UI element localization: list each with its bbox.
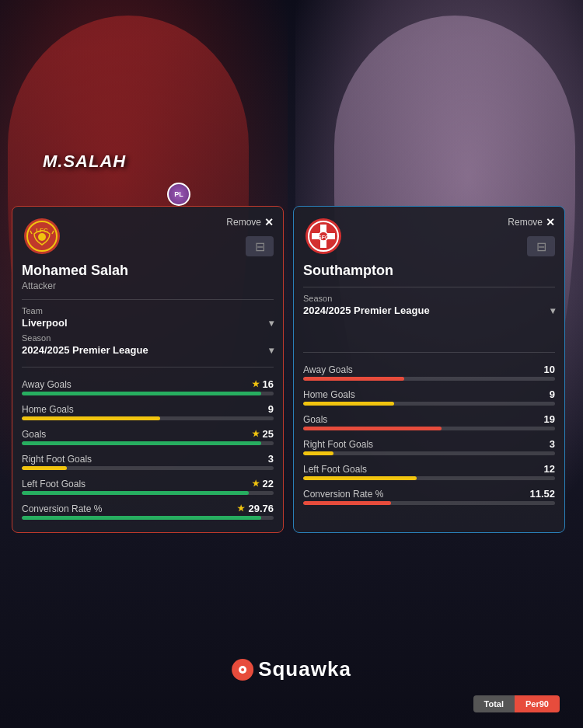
stat-value-3: 3 — [550, 438, 555, 450]
star-icon-5: ★ — [237, 503, 245, 514]
stat-label-2: Goals — [22, 429, 46, 440]
bar-track-4 — [303, 476, 555, 480]
star-icon-2: ★ — [252, 429, 260, 439]
stat-value-2: ★25 — [252, 428, 274, 440]
stat-row-1: Home Goals9 — [303, 384, 555, 406]
team-chevron-left: ▾ — [269, 318, 274, 329]
star-icon-4: ★ — [252, 479, 260, 489]
bar-track-2 — [22, 441, 274, 445]
svg-text:SFC: SFC — [318, 235, 329, 240]
remove-button-right[interactable]: Remove ✕ — [508, 216, 555, 228]
stat-label-row-4: Left Foot Goals★22 — [22, 473, 274, 491]
bar-track-0 — [22, 392, 274, 395]
stat-label-5: Conversion Rate % — [303, 489, 383, 500]
season-value-right: 2024/2025 Premier League — [303, 305, 430, 316]
stat-label-row-2: Goals★25 — [22, 423, 274, 441]
stats-section-right: Away Goals10Home Goals9Goals19Right Foot… — [303, 359, 555, 505]
stat-value-text-0: 10 — [544, 364, 555, 375]
stat-value-text-0: 16 — [263, 378, 274, 390]
bar-fill-4 — [303, 476, 417, 480]
stat-row-4: Left Foot Goals★22 — [22, 473, 274, 495]
stat-label-row-5: Conversion Rate %★29.76 — [22, 498, 274, 516]
stat-value-4: 12 — [544, 463, 555, 475]
stat-value-4: ★22 — [252, 478, 274, 489]
bar-track-5 — [303, 501, 555, 505]
id-icon-left: ⊟ — [246, 236, 274, 256]
team-value-left: Liverpool — [22, 317, 68, 329]
squawka-icon — [232, 659, 253, 681]
stat-label-0: Away Goals — [303, 364, 353, 375]
stat-value-text-3: 3 — [550, 438, 555, 450]
bar-fill-0 — [303, 377, 404, 381]
stat-value-5: ★29.76 — [237, 503, 274, 514]
team-card-right: SFC Remove ✕ ⊟ Southampton Season 2024/2… — [293, 206, 565, 533]
stat-value-text-3: 3 — [268, 453, 274, 465]
bar-fill-1 — [303, 402, 394, 406]
bar-fill-2 — [22, 441, 261, 445]
stat-label-row-0: Away Goals10 — [303, 359, 555, 377]
team-dropdown-left[interactable]: Liverpool ▾ — [22, 317, 274, 333]
stat-value-text-1: 9 — [550, 388, 555, 400]
stat-label-1: Home Goals — [303, 389, 355, 400]
stat-value-text-2: 19 — [544, 413, 555, 425]
stat-label-4: Left Foot Goals — [22, 479, 86, 489]
stat-value-text-4: 22 — [263, 478, 274, 489]
season-dropdown-left[interactable]: 2024/2025 Premier League ▾ — [22, 344, 274, 361]
cards-container: LFC Remove ✕ ⊟ Mohamed Salah Attacker Te… — [12, 206, 571, 533]
stat-value-text-5: 29.76 — [248, 503, 274, 514]
remove-button-left[interactable]: Remove ✕ — [226, 216, 274, 228]
team-name-right: Southampton — [303, 263, 555, 279]
toggle-per90-button[interactable]: Per90 — [515, 695, 560, 712]
season-value-left: 2024/2025 Premier League — [22, 344, 148, 356]
stat-row-2: Goals19 — [303, 409, 555, 430]
star-icon-0: ★ — [252, 379, 260, 389]
bar-track-3 — [303, 451, 555, 455]
divider-left-1 — [22, 299, 274, 300]
pl-badge-left: PL — [167, 183, 190, 206]
stat-row-0: Away Goals★16 — [22, 374, 274, 395]
bar-track-1 — [303, 402, 555, 406]
player-card-left: LFC Remove ✕ ⊟ Mohamed Salah Attacker Te… — [12, 206, 284, 533]
team-label-left: Team — [22, 306, 274, 315]
bar-fill-5 — [303, 501, 391, 505]
stats-section-left: Away Goals★16Home Goals9Goals★25Right Fo… — [22, 374, 274, 520]
id-icon-right: ⊟ — [527, 236, 555, 256]
stat-label-1: Home Goals — [22, 404, 74, 415]
stat-row-5: Conversion Rate %★29.76 — [22, 498, 274, 520]
bar-fill-2 — [303, 427, 442, 430]
toggle-total-button[interactable]: Total — [473, 695, 515, 712]
season-dropdown-right[interactable]: 2024/2025 Premier League ▾ — [303, 305, 555, 321]
stat-row-4: Left Foot Goals12 — [303, 458, 555, 480]
remove-x-left[interactable]: ✕ — [264, 216, 274, 228]
bar-track-0 — [303, 377, 555, 381]
squawka-name: Squawka — [258, 657, 351, 681]
stat-value-text-4: 12 — [544, 463, 555, 475]
stat-value-0: 10 — [544, 364, 555, 375]
season-chevron-left: ▾ — [269, 345, 274, 356]
remove-label-left: Remove — [226, 217, 261, 228]
spacer-right — [303, 321, 555, 346]
stat-value-3: 3 — [268, 453, 274, 465]
stat-row-5: Conversion Rate %11.52 — [303, 483, 555, 505]
saints-logo: SFC — [303, 216, 344, 256]
stat-row-1: Home Goals9 — [22, 399, 274, 420]
stat-label-row-5: Conversion Rate %11.52 — [303, 483, 555, 501]
stat-value-text-1: 9 — [268, 403, 274, 415]
stat-value-1: 9 — [268, 403, 274, 415]
card-header-right: SFC Remove ✕ ⊟ — [303, 216, 555, 256]
season-label-right: Season — [303, 294, 555, 303]
stat-label-row-3: Right Foot Goals3 — [22, 448, 274, 466]
svg-point-3 — [38, 233, 46, 241]
remove-x-right[interactable]: ✕ — [546, 216, 555, 228]
stat-label-row-2: Goals19 — [303, 409, 555, 427]
bar-fill-3 — [303, 451, 333, 455]
stat-label-3: Right Foot Goals — [22, 454, 92, 465]
stat-row-2: Goals★25 — [22, 423, 274, 445]
stat-value-0: ★16 — [252, 378, 274, 390]
stat-label-row-1: Home Goals9 — [303, 384, 555, 402]
bar-fill-0 — [22, 392, 261, 395]
bar-track-1 — [22, 416, 274, 420]
stat-label-row-0: Away Goals★16 — [22, 374, 274, 392]
stat-label-4: Left Foot Goals — [303, 464, 367, 475]
bar-track-5 — [22, 516, 274, 520]
